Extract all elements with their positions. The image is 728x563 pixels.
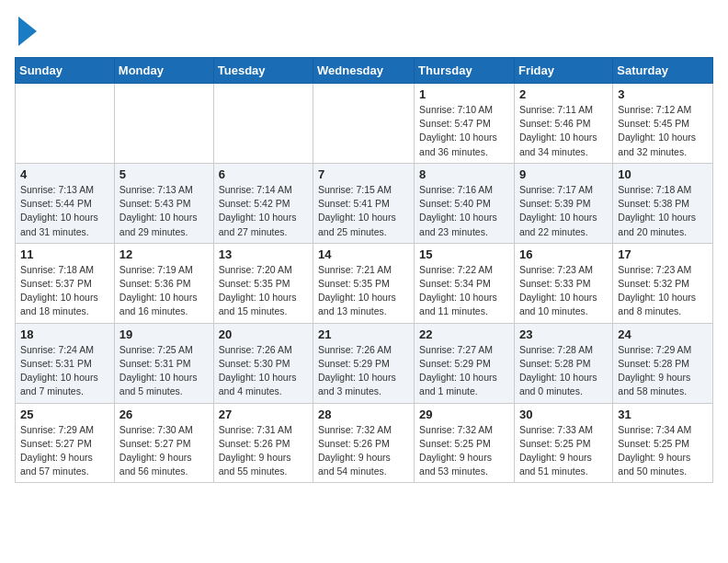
calendar-cell bbox=[313, 84, 415, 164]
calendar-cell: 13Sunrise: 7:20 AM Sunset: 5:35 PM Dayli… bbox=[213, 243, 313, 323]
day-number: 9 bbox=[519, 167, 608, 181]
day-detail: Sunrise: 7:30 AM Sunset: 5:27 PM Dayligh… bbox=[119, 423, 209, 479]
calendar-cell: 2Sunrise: 7:11 AM Sunset: 5:46 PM Daylig… bbox=[514, 84, 612, 164]
day-detail: Sunrise: 7:26 AM Sunset: 5:30 PM Dayligh… bbox=[219, 343, 308, 399]
day-number: 27 bbox=[219, 408, 308, 421]
day-number: 12 bbox=[119, 247, 209, 261]
day-number: 10 bbox=[618, 167, 708, 181]
calendar-table: SundayMondayTuesdayWednesdayThursdayFrid… bbox=[15, 57, 713, 483]
day-detail: Sunrise: 7:20 AM Sunset: 5:35 PM Dayligh… bbox=[219, 263, 308, 319]
day-detail: Sunrise: 7:18 AM Sunset: 5:37 PM Dayligh… bbox=[20, 263, 109, 319]
day-number: 1 bbox=[419, 87, 509, 101]
calendar-cell: 12Sunrise: 7:19 AM Sunset: 5:36 PM Dayli… bbox=[114, 243, 213, 323]
day-number: 16 bbox=[519, 247, 608, 261]
col-header-sunday: Sunday bbox=[16, 58, 115, 84]
day-detail: Sunrise: 7:14 AM Sunset: 5:42 PM Dayligh… bbox=[219, 183, 308, 239]
day-detail: Sunrise: 7:12 AM Sunset: 5:45 PM Dayligh… bbox=[618, 103, 708, 159]
calendar-cell: 20Sunrise: 7:26 AM Sunset: 5:30 PM Dayli… bbox=[213, 323, 313, 403]
col-header-saturday: Saturday bbox=[613, 58, 713, 84]
calendar-week-1: 1Sunrise: 7:10 AM Sunset: 5:47 PM Daylig… bbox=[16, 84, 713, 164]
calendar-cell: 16Sunrise: 7:23 AM Sunset: 5:33 PM Dayli… bbox=[514, 243, 612, 323]
calendar-cell: 29Sunrise: 7:32 AM Sunset: 5:25 PM Dayli… bbox=[415, 403, 515, 483]
day-detail: Sunrise: 7:13 AM Sunset: 5:44 PM Dayligh… bbox=[20, 183, 109, 239]
day-detail: Sunrise: 7:21 AM Sunset: 5:35 PM Dayligh… bbox=[318, 263, 409, 319]
calendar-cell: 25Sunrise: 7:29 AM Sunset: 5:27 PM Dayli… bbox=[16, 403, 115, 483]
day-number: 5 bbox=[119, 167, 209, 181]
calendar-week-4: 18Sunrise: 7:24 AM Sunset: 5:31 PM Dayli… bbox=[16, 323, 713, 403]
day-number: 7 bbox=[318, 167, 409, 181]
day-detail: Sunrise: 7:16 AM Sunset: 5:40 PM Dayligh… bbox=[419, 183, 509, 239]
calendar-cell: 27Sunrise: 7:31 AM Sunset: 5:26 PM Dayli… bbox=[213, 403, 313, 483]
calendar-cell: 10Sunrise: 7:18 AM Sunset: 5:38 PM Dayli… bbox=[613, 163, 713, 243]
day-number: 17 bbox=[618, 247, 708, 261]
calendar-week-5: 25Sunrise: 7:29 AM Sunset: 5:27 PM Dayli… bbox=[16, 403, 713, 483]
calendar-header-row: SundayMondayTuesdayWednesdayThursdayFrid… bbox=[16, 58, 713, 84]
calendar-cell: 21Sunrise: 7:26 AM Sunset: 5:29 PM Dayli… bbox=[313, 323, 415, 403]
day-number: 11 bbox=[20, 247, 109, 261]
day-number: 31 bbox=[618, 408, 708, 421]
day-number: 15 bbox=[419, 247, 509, 261]
day-detail: Sunrise: 7:10 AM Sunset: 5:47 PM Dayligh… bbox=[419, 103, 509, 159]
day-number: 23 bbox=[519, 327, 608, 341]
page-header bbox=[15, 15, 713, 46]
calendar-week-3: 11Sunrise: 7:18 AM Sunset: 5:37 PM Dayli… bbox=[16, 243, 713, 323]
col-header-monday: Monday bbox=[114, 58, 213, 84]
day-number: 25 bbox=[20, 408, 109, 421]
day-number: 29 bbox=[419, 408, 509, 421]
logo-arrow-icon bbox=[18, 17, 37, 46]
calendar-cell: 5Sunrise: 7:13 AM Sunset: 5:43 PM Daylig… bbox=[114, 163, 213, 243]
day-detail: Sunrise: 7:22 AM Sunset: 5:34 PM Dayligh… bbox=[419, 263, 509, 319]
day-number: 4 bbox=[20, 167, 109, 181]
day-detail: Sunrise: 7:17 AM Sunset: 5:39 PM Dayligh… bbox=[519, 183, 608, 239]
calendar-cell: 28Sunrise: 7:32 AM Sunset: 5:26 PM Dayli… bbox=[313, 403, 415, 483]
calendar-cell: 17Sunrise: 7:23 AM Sunset: 5:32 PM Dayli… bbox=[613, 243, 713, 323]
calendar-cell: 19Sunrise: 7:25 AM Sunset: 5:31 PM Dayli… bbox=[114, 323, 213, 403]
day-number: 8 bbox=[419, 167, 509, 181]
day-number: 13 bbox=[219, 247, 308, 261]
calendar-cell: 9Sunrise: 7:17 AM Sunset: 5:39 PM Daylig… bbox=[514, 163, 612, 243]
calendar-cell: 18Sunrise: 7:24 AM Sunset: 5:31 PM Dayli… bbox=[16, 323, 115, 403]
col-header-wednesday: Wednesday bbox=[313, 58, 415, 84]
day-number: 24 bbox=[618, 327, 708, 341]
calendar-cell bbox=[114, 84, 213, 164]
day-detail: Sunrise: 7:29 AM Sunset: 5:28 PM Dayligh… bbox=[618, 343, 708, 399]
day-detail: Sunrise: 7:27 AM Sunset: 5:29 PM Dayligh… bbox=[419, 343, 509, 399]
calendar-cell: 14Sunrise: 7:21 AM Sunset: 5:35 PM Dayli… bbox=[313, 243, 415, 323]
day-detail: Sunrise: 7:15 AM Sunset: 5:41 PM Dayligh… bbox=[318, 183, 409, 239]
day-number: 19 bbox=[119, 327, 209, 341]
calendar-cell: 1Sunrise: 7:10 AM Sunset: 5:47 PM Daylig… bbox=[415, 84, 515, 164]
calendar-cell: 3Sunrise: 7:12 AM Sunset: 5:45 PM Daylig… bbox=[613, 84, 713, 164]
col-header-friday: Friday bbox=[514, 58, 612, 84]
day-detail: Sunrise: 7:32 AM Sunset: 5:25 PM Dayligh… bbox=[419, 423, 509, 479]
day-number: 18 bbox=[20, 327, 109, 341]
day-number: 6 bbox=[219, 167, 308, 181]
calendar-cell: 24Sunrise: 7:29 AM Sunset: 5:28 PM Dayli… bbox=[613, 323, 713, 403]
day-detail: Sunrise: 7:11 AM Sunset: 5:46 PM Dayligh… bbox=[519, 103, 608, 159]
calendar-week-2: 4Sunrise: 7:13 AM Sunset: 5:44 PM Daylig… bbox=[16, 163, 713, 243]
calendar-cell: 23Sunrise: 7:28 AM Sunset: 5:28 PM Dayli… bbox=[514, 323, 612, 403]
day-detail: Sunrise: 7:33 AM Sunset: 5:25 PM Dayligh… bbox=[519, 423, 608, 479]
calendar-cell: 15Sunrise: 7:22 AM Sunset: 5:34 PM Dayli… bbox=[415, 243, 515, 323]
day-detail: Sunrise: 7:34 AM Sunset: 5:25 PM Dayligh… bbox=[618, 423, 708, 479]
day-number: 30 bbox=[519, 408, 608, 421]
calendar-cell: 31Sunrise: 7:34 AM Sunset: 5:25 PM Dayli… bbox=[613, 403, 713, 483]
calendar-cell bbox=[16, 84, 115, 164]
day-detail: Sunrise: 7:26 AM Sunset: 5:29 PM Dayligh… bbox=[318, 343, 409, 399]
day-detail: Sunrise: 7:18 AM Sunset: 5:38 PM Dayligh… bbox=[618, 183, 708, 239]
day-number: 3 bbox=[618, 87, 708, 101]
calendar-cell: 6Sunrise: 7:14 AM Sunset: 5:42 PM Daylig… bbox=[213, 163, 313, 243]
calendar-cell: 7Sunrise: 7:15 AM Sunset: 5:41 PM Daylig… bbox=[313, 163, 415, 243]
day-number: 14 bbox=[318, 247, 409, 261]
day-number: 28 bbox=[318, 408, 409, 421]
logo bbox=[15, 15, 37, 46]
day-detail: Sunrise: 7:32 AM Sunset: 5:26 PM Dayligh… bbox=[318, 423, 409, 479]
col-header-tuesday: Tuesday bbox=[213, 58, 313, 84]
day-number: 21 bbox=[318, 327, 409, 341]
day-number: 26 bbox=[119, 408, 209, 421]
day-detail: Sunrise: 7:23 AM Sunset: 5:33 PM Dayligh… bbox=[519, 263, 608, 319]
day-detail: Sunrise: 7:24 AM Sunset: 5:31 PM Dayligh… bbox=[20, 343, 109, 399]
day-number: 2 bbox=[519, 87, 608, 101]
calendar-cell: 8Sunrise: 7:16 AM Sunset: 5:40 PM Daylig… bbox=[415, 163, 515, 243]
day-detail: Sunrise: 7:23 AM Sunset: 5:32 PM Dayligh… bbox=[618, 263, 708, 319]
day-detail: Sunrise: 7:28 AM Sunset: 5:28 PM Dayligh… bbox=[519, 343, 608, 399]
